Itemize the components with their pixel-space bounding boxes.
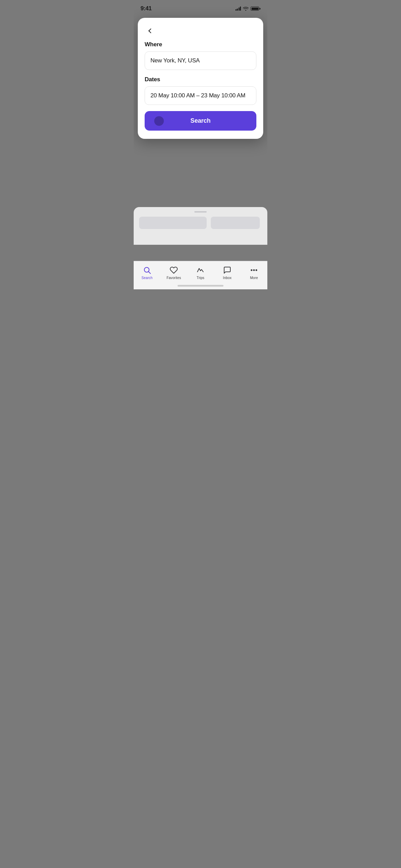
svg-line-1 <box>149 272 151 274</box>
search-tab-label: Search <box>142 276 153 280</box>
home-indicator <box>178 285 223 287</box>
bottom-sheet-handle <box>194 211 207 213</box>
back-button[interactable] <box>145 25 157 37</box>
search-button-dot <box>154 116 164 126</box>
tab-trips[interactable]: Trips <box>187 266 214 280</box>
wifi-icon <box>243 7 248 11</box>
status-time: 9:41 <box>141 5 151 12</box>
status-bar: 9:41 <box>134 0 267 15</box>
favorites-tab-icon <box>169 266 178 275</box>
favorites-tab-label: Favorites <box>167 276 181 280</box>
trips-tab-label: Trips <box>197 276 204 280</box>
where-label: Where <box>145 41 256 48</box>
trips-tab-icon <box>196 266 205 275</box>
tab-search[interactable]: Search <box>134 266 160 280</box>
search-modal: Where Dates Search <box>138 18 263 139</box>
search-tab-icon <box>143 266 151 275</box>
inbox-tab-icon <box>223 266 232 275</box>
back-arrow-icon <box>148 28 153 33</box>
where-input[interactable] <box>145 51 256 70</box>
svg-point-3 <box>254 269 255 270</box>
dates-input[interactable] <box>145 86 256 105</box>
more-tab-icon <box>250 266 258 275</box>
tab-favorites[interactable]: Favorites <box>160 266 187 280</box>
tab-inbox[interactable]: Inbox <box>214 266 241 280</box>
battery-icon <box>251 7 260 11</box>
dates-label: Dates <box>145 76 256 83</box>
inbox-tab-label: Inbox <box>223 276 232 280</box>
svg-point-4 <box>256 269 257 270</box>
svg-point-2 <box>251 269 252 270</box>
signal-bars-icon <box>235 7 241 11</box>
bottom-sheet-block-2 <box>211 217 260 229</box>
tab-more[interactable]: More <box>241 266 267 280</box>
status-icons <box>235 7 261 11</box>
bottom-sheet-block-1 <box>139 217 207 229</box>
search-button[interactable]: Search <box>145 111 256 131</box>
bottom-sheet <box>134 207 267 245</box>
search-button-label: Search <box>191 117 211 124</box>
more-tab-label: More <box>250 276 258 280</box>
